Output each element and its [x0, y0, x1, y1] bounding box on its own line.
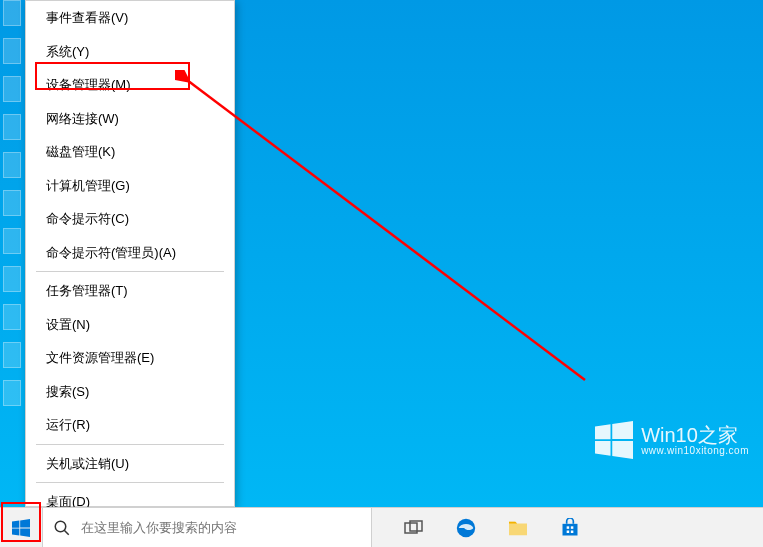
task-view-button[interactable]	[392, 508, 436, 548]
svg-point-0	[55, 521, 66, 532]
svg-line-1	[64, 530, 69, 535]
watermark-title: Win10之家	[641, 425, 749, 445]
desktop-icon[interactable]	[3, 190, 21, 216]
watermark-url: www.win10xitong.com	[641, 445, 749, 456]
menu-item-run[interactable]: 运行(R)	[26, 408, 234, 442]
menu-separator	[36, 271, 224, 272]
svg-rect-9	[571, 530, 574, 533]
taskbar	[0, 507, 763, 547]
desktop: 事件查看器(V) 系统(Y) 设备管理器(M) 网络连接(W) 磁盘管理(K) …	[0, 0, 763, 507]
winx-quick-menu: 事件查看器(V) 系统(Y) 设备管理器(M) 网络连接(W) 磁盘管理(K) …	[25, 0, 235, 507]
taskbar-search[interactable]	[42, 508, 372, 548]
desktop-icon[interactable]	[3, 266, 21, 292]
menu-item-shutdown-signout[interactable]: 关机或注销(U)	[26, 447, 234, 481]
menu-separator	[36, 482, 224, 483]
desktop-icon[interactable]	[3, 76, 21, 102]
desktop-icon[interactable]	[3, 228, 21, 254]
taskbar-app-explorer[interactable]	[496, 508, 540, 548]
svg-rect-8	[567, 530, 570, 533]
taskbar-app-edge[interactable]	[444, 508, 488, 548]
desktop-icon[interactable]	[3, 0, 21, 26]
windows-start-icon	[12, 519, 30, 537]
desktop-icon[interactable]	[3, 342, 21, 368]
menu-item-disk-management[interactable]: 磁盘管理(K)	[26, 135, 234, 169]
menu-item-settings[interactable]: 设置(N)	[26, 308, 234, 342]
windows-logo-icon	[595, 421, 633, 459]
menu-item-command-prompt[interactable]: 命令提示符(C)	[26, 202, 234, 236]
menu-item-search[interactable]: 搜索(S)	[26, 375, 234, 409]
menu-item-file-explorer[interactable]: 文件资源管理器(E)	[26, 341, 234, 375]
start-button[interactable]	[0, 508, 42, 548]
svg-rect-6	[567, 526, 570, 529]
desktop-icon[interactable]	[3, 380, 21, 406]
svg-rect-7	[571, 526, 574, 529]
menu-item-system[interactable]: 系统(Y)	[26, 35, 234, 69]
search-icon	[43, 519, 81, 537]
search-input[interactable]	[81, 520, 361, 535]
watermark: Win10之家 www.win10xitong.com	[595, 421, 749, 459]
desktop-icon[interactable]	[3, 38, 21, 64]
desktop-icon[interactable]	[3, 152, 21, 178]
menu-item-command-prompt-admin[interactable]: 命令提示符(管理员)(A)	[26, 236, 234, 270]
menu-item-device-manager[interactable]: 设备管理器(M)	[26, 68, 234, 102]
desktop-icon[interactable]	[3, 304, 21, 330]
menu-item-computer-management[interactable]: 计算机管理(G)	[26, 169, 234, 203]
menu-separator	[36, 444, 224, 445]
taskbar-app-store[interactable]	[548, 508, 592, 548]
menu-item-task-manager[interactable]: 任务管理器(T)	[26, 274, 234, 308]
desktop-icons-column	[3, 0, 25, 418]
taskbar-pinned-items	[392, 508, 592, 548]
menu-item-network-connections[interactable]: 网络连接(W)	[26, 102, 234, 136]
desktop-icon[interactable]	[3, 114, 21, 140]
svg-rect-5	[563, 523, 578, 535]
menu-item-event-viewer[interactable]: 事件查看器(V)	[26, 1, 234, 35]
